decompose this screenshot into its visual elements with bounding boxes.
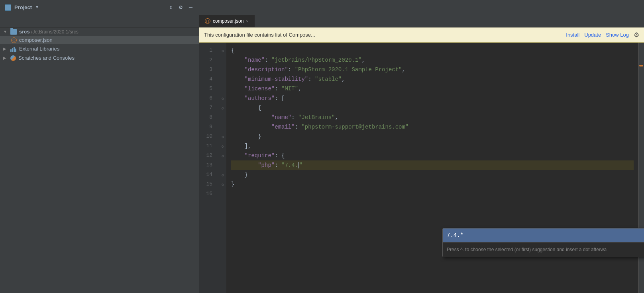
- composer-json-icon: { }: [11, 37, 17, 43]
- sidebar: ▼ srcs /JetBrains/2020.1/srcs { } compos…: [0, 27, 199, 293]
- title-bar: Project ▼ ⇕ ⚙ —: [0, 0, 644, 15]
- line-num-5: 5: [199, 84, 216, 94]
- info-settings-icon[interactable]: ⚙: [634, 31, 639, 39]
- gutter-3: [219, 65, 226, 74]
- scratches-icon: [10, 55, 16, 61]
- minimize-icon[interactable]: —: [187, 2, 194, 12]
- gutter: ◇ ◇ ◇ ◇ ◇ ◇ ◇ ◇: [219, 43, 226, 293]
- line-num-6: 6: [199, 94, 216, 103]
- external-libraries-label: External Libraries: [19, 46, 59, 52]
- gutter-12[interactable]: ◇: [219, 151, 226, 160]
- tree-arrow-ext: ▶: [3, 47, 8, 51]
- code-line-2: "name": "jetbrains/PhpStorm_2020.1",: [231, 55, 634, 65]
- scrollbar-marker: [639, 65, 643, 66]
- gutter-6[interactable]: ◇: [219, 94, 226, 103]
- srcs-label: srcs /JetBrains/2020.1/srcs: [19, 29, 79, 35]
- autocomplete-suggestion: 7.4.*: [447, 230, 463, 240]
- code-content[interactable]: { "name": "jetbrains/PhpStorm_2020.1", "…: [226, 43, 638, 293]
- tab-bar: { } composer.json ×: [0, 15, 644, 27]
- sidebar-item-scratches[interactable]: ▶ Scratches and Consoles: [0, 53, 199, 63]
- autocomplete-hint: Press ^. to choose the selected (or firs…: [443, 242, 638, 257]
- title-bar-right: [199, 0, 644, 15]
- gutter-15[interactable]: ◇: [219, 180, 226, 189]
- title-bar-left: Project ▼ ⇕ ⚙ —: [0, 0, 199, 15]
- line-numbers: 1 2 3 4 5 6 7 8 9 10 11 12 13 14 15 16: [199, 43, 219, 293]
- line-num-9: 9: [199, 122, 216, 132]
- line-num-14: 14: [199, 170, 216, 180]
- line-num-12: 12: [199, 151, 216, 160]
- tab-label: composer.json: [213, 18, 243, 24]
- line-num-16: 16: [199, 189, 216, 199]
- line-num-3: 3: [199, 65, 216, 74]
- gutter-9: [219, 122, 226, 132]
- gutter-7[interactable]: ◇: [219, 103, 226, 113]
- gutter-13: [219, 160, 226, 170]
- code-editor[interactable]: 1 2 3 4 5 6 7 8 9 10 11 12 13 14 15 16 ◇: [199, 43, 644, 293]
- srcs-path: /JetBrains/2020.1/srcs: [30, 29, 79, 35]
- settings-icon[interactable]: ⚙: [177, 2, 184, 13]
- code-line-13: "php": "7.4.": [231, 160, 634, 170]
- tree-arrow-srcs: ▼: [3, 29, 8, 34]
- tab-close-button[interactable]: ×: [246, 19, 248, 23]
- sidebar-item-composer-json[interactable]: { } composer.json: [0, 36, 199, 44]
- update-link[interactable]: Update: [584, 32, 601, 38]
- showlog-link[interactable]: Show Log: [606, 32, 629, 38]
- code-line-7: {: [231, 103, 634, 113]
- composer-json-label: composer.json: [19, 37, 53, 43]
- tree-arrow-scratches: ▶: [3, 56, 8, 60]
- collapse-icon[interactable]: ⇕: [167, 2, 174, 13]
- gutter-14[interactable]: ◇: [219, 170, 226, 180]
- line-num-1: 1: [199, 46, 216, 55]
- gutter-2: [219, 55, 226, 65]
- code-line-6: "authors": [: [231, 94, 634, 103]
- line-num-13: 13: [199, 160, 216, 170]
- scratches-label: Scratches and Consoles: [18, 55, 75, 61]
- tab-composer-json[interactable]: { } composer.json ×: [199, 15, 255, 27]
- line-num-4: 4: [199, 74, 216, 84]
- project-icon: [5, 4, 11, 11]
- code-line-12: "require": {: [231, 151, 634, 160]
- code-line-10: }: [231, 132, 634, 141]
- line-num-8: 8: [199, 113, 216, 122]
- sidebar-item-srcs[interactable]: ▼ srcs /JetBrains/2020.1/srcs: [0, 27, 199, 36]
- install-link[interactable]: Install: [566, 32, 579, 38]
- gutter-5: [219, 84, 226, 94]
- gutter-1[interactable]: ◇: [219, 46, 226, 55]
- tab-json-icon: { }: [205, 18, 210, 24]
- gutter-4: [219, 74, 226, 84]
- external-libraries-icon: [10, 46, 17, 52]
- gutter-11[interactable]: ◇: [219, 141, 226, 151]
- info-bar: This configuration file contains list of…: [199, 27, 644, 43]
- code-line-16: [231, 189, 634, 199]
- autocomplete-item-0[interactable]: 7.4.*: [443, 229, 638, 242]
- line-num-10: 10: [199, 132, 216, 141]
- autocomplete-popup[interactable]: 7.4.* Press ^. to choose the selected (o…: [442, 228, 638, 257]
- gutter-10[interactable]: ◇: [219, 132, 226, 141]
- folder-icon-srcs: [10, 29, 17, 35]
- code-line-15: }: [231, 180, 634, 189]
- project-label: Project: [14, 4, 32, 10]
- srcs-name: srcs: [19, 29, 30, 35]
- code-line-1: {: [231, 46, 634, 55]
- code-line-9: "email": "phpstorm-support@jetbrains.com…: [231, 122, 634, 132]
- editor-area: This configuration file contains list of…: [199, 27, 644, 293]
- project-dropdown-arrow[interactable]: ▼: [36, 5, 38, 10]
- sidebar-item-external-libraries[interactable]: ▶ External Libraries: [0, 44, 199, 53]
- code-line-3: "description": "PhpStorm 2020.1 Sample P…: [231, 65, 634, 74]
- gutter-16: [219, 189, 226, 199]
- main-area: ▼ srcs /JetBrains/2020.1/srcs { } compos…: [0, 27, 644, 293]
- gutter-8: [219, 113, 226, 122]
- code-line-14: }: [231, 170, 634, 180]
- line-num-7: 7: [199, 103, 216, 113]
- line-num-2: 2: [199, 55, 216, 65]
- code-line-8: "name": "JetBrains",: [231, 113, 634, 122]
- code-line-4: "minimum-stability": "stable",: [231, 74, 634, 84]
- line-num-15: 15: [199, 180, 216, 189]
- code-line-5: "license": "MIT",: [231, 84, 634, 94]
- code-line-11: ],: [231, 141, 634, 151]
- line-num-11: 11: [199, 141, 216, 151]
- info-bar-text: This configuration file contains list of…: [204, 32, 561, 38]
